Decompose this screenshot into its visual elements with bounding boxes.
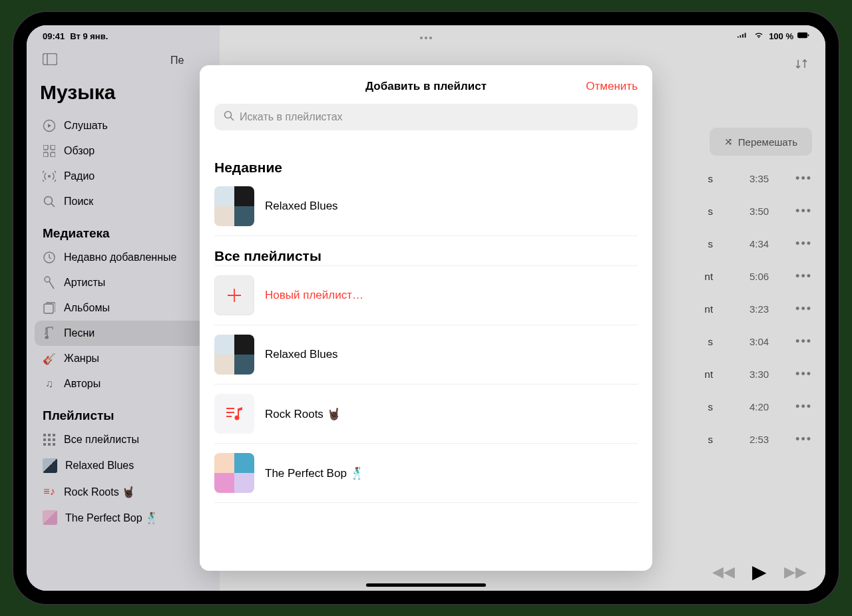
status-bar: 09:41 Вт 9 янв. 100 % <box>27 25 825 44</box>
svg-rect-0 <box>797 32 807 37</box>
modal-title: Добавить в плейлист <box>365 80 487 93</box>
cellular-icon <box>737 31 749 41</box>
playlist-name: Relaxed Blues <box>265 200 338 213</box>
cancel-button[interactable]: Отменить <box>586 80 638 93</box>
playlist-artwork <box>214 186 254 226</box>
battery-icon <box>797 31 809 41</box>
search-input[interactable] <box>240 111 628 123</box>
svg-point-26 <box>225 112 232 118</box>
wifi-icon <box>753 31 765 41</box>
playlist-row-recent[interactable]: Relaxed Blues <box>214 177 638 236</box>
playlist-artwork <box>214 453 254 493</box>
svg-rect-1 <box>808 34 809 36</box>
add-to-playlist-modal: Добавить в плейлист Отменить Недавние Re… <box>200 65 652 571</box>
battery-percent: 100 % <box>769 31 793 41</box>
all-playlists-heading: Все плейлисты <box>214 248 638 264</box>
new-playlist-label: Новый плейлист… <box>265 289 363 302</box>
playlist-artwork <box>214 394 254 434</box>
multitask-dots[interactable] <box>420 37 432 39</box>
playlist-row[interactable]: The Perfect Bop 🕺🏽 <box>214 444 638 503</box>
search-playlists-field[interactable] <box>214 104 638 130</box>
playlist-artwork <box>214 335 254 375</box>
recent-heading: Недавние <box>214 160 638 176</box>
playlist-row[interactable]: Relaxed Blues <box>214 325 638 385</box>
playlist-row[interactable]: Rock Roots 🤘🏿 <box>214 385 638 444</box>
status-date: Вт 9 янв. <box>70 31 108 41</box>
home-indicator[interactable] <box>366 583 486 587</box>
new-playlist-row[interactable]: Новый плейлист… <box>214 266 638 325</box>
playlist-name: Rock Roots 🤘🏿 <box>265 407 341 421</box>
search-icon <box>224 110 234 124</box>
svg-line-27 <box>231 118 234 121</box>
plus-icon <box>214 275 254 315</box>
playlist-name: Relaxed Blues <box>265 348 338 361</box>
svg-point-33 <box>235 416 240 420</box>
playlist-name: The Perfect Bop 🕺🏽 <box>265 466 364 480</box>
status-time: 09:41 <box>43 31 65 41</box>
